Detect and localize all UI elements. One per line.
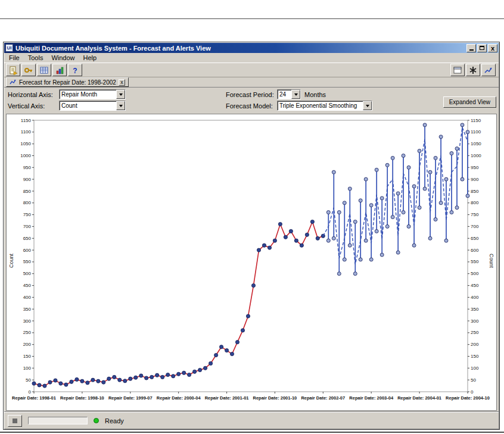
svg-text:650: 650 — [23, 236, 32, 241]
stop-button[interactable] — [8, 415, 22, 427]
forecast-model-dropdown-button[interactable] — [363, 101, 372, 110]
horizontal-axis-value: Repair Month — [60, 90, 116, 99]
svg-text:Count: Count — [8, 254, 14, 268]
svg-text:900: 900 — [23, 177, 32, 182]
svg-text:100: 100 — [23, 366, 32, 371]
svg-text:1100: 1100 — [21, 129, 32, 135]
forecast-model-value: Triple Exponential Smoothing — [278, 101, 363, 110]
svg-text:150: 150 — [471, 354, 479, 359]
forecast-view-button[interactable] — [481, 64, 496, 76]
values-chart-icon — [55, 65, 64, 75]
title-bar[interactable]: UI Ubiquiti Document Analysis System - F… — [4, 43, 499, 53]
svg-text:Repair Date: 2004-10: Repair Date: 2004-10 — [446, 395, 490, 401]
tab-label: Forecast for Repair Date: 1998-2002 — [19, 79, 116, 86]
chevron-down-icon — [119, 93, 123, 98]
vertical-axis-select[interactable]: Count — [59, 101, 126, 111]
svg-text:300: 300 — [471, 319, 479, 324]
svg-text:750: 750 — [23, 212, 32, 217]
app-icon: UI — [5, 44, 13, 52]
svg-text:?: ? — [73, 66, 77, 74]
help-button[interactable]: ? — [68, 64, 82, 76]
close-button[interactable]: x — [488, 44, 497, 52]
data-table-button[interactable] — [37, 64, 51, 76]
svg-text:700: 700 — [23, 224, 32, 229]
svg-text:550: 550 — [471, 259, 479, 264]
menu-help[interactable]: Help — [79, 54, 101, 62]
forecast-period-label: Forecast Period: — [226, 91, 274, 98]
svg-text:1100: 1100 — [471, 129, 481, 135]
svg-text:700: 700 — [471, 224, 479, 229]
chevron-down-icon — [294, 93, 298, 98]
tab-close-button[interactable]: x — [119, 79, 125, 86]
alerts-view-icon — [468, 65, 478, 75]
horizontal-axis-label: Horizontal Axis: — [8, 91, 53, 98]
tool-bar: ? — [4, 63, 499, 77]
key-button[interactable] — [21, 64, 36, 76]
svg-text:500: 500 — [471, 271, 479, 276]
screenshot-page: UI Ubiquiti Document Analysis System - F… — [0, 0, 504, 434]
svg-text:100: 100 — [471, 366, 479, 371]
forecast-period-dropdown-button[interactable] — [291, 90, 300, 99]
svg-text:1000: 1000 — [20, 153, 31, 158]
horizontal-axis-select[interactable]: Repair Month — [59, 89, 126, 99]
application-window: UI Ubiquiti Document Analysis System - F… — [3, 42, 500, 430]
svg-text:0: 0 — [471, 389, 474, 395]
svg-text:400: 400 — [471, 295, 479, 300]
svg-text:600: 600 — [23, 248, 32, 253]
svg-text:200: 200 — [471, 342, 479, 347]
data-table-icon — [39, 65, 49, 75]
vertical-axis-label: Vertical Axis: — [8, 102, 45, 110]
svg-text:900: 900 — [471, 177, 479, 182]
page-top-rule — [0, 18, 504, 19]
svg-text:Repair Date: 2001-10: Repair Date: 2001-10 — [253, 395, 297, 401]
menu-window[interactable]: Window — [47, 54, 79, 62]
svg-text:1050: 1050 — [471, 141, 481, 146]
svg-text:850: 850 — [471, 189, 479, 194]
menu-file[interactable]: File — [5, 54, 24, 62]
alerts-view-button[interactable] — [466, 64, 480, 76]
forecast-chart-panel: 0050501001001501502002002502503003003503… — [6, 114, 497, 411]
svg-text:800: 800 — [471, 200, 479, 205]
svg-text:Repair Date: 1998-10: Repair Date: 1998-10 — [60, 395, 104, 401]
progress-bar — [28, 417, 88, 424]
maximize-icon — [480, 46, 484, 50]
svg-text:750: 750 — [471, 212, 479, 217]
page-bottom-rule — [0, 432, 504, 433]
forecast-period-select[interactable]: 24 — [277, 89, 301, 99]
window-view-button[interactable] — [450, 64, 465, 76]
svg-text:50: 50 — [26, 377, 31, 383]
svg-text:1000: 1000 — [471, 153, 481, 158]
forecast-chart[interactable]: 0050501001001501502002002502503003003503… — [7, 114, 495, 407]
chevron-down-icon — [119, 105, 123, 109]
report-export-button[interactable] — [6, 64, 20, 76]
status-indicator-icon — [94, 418, 99, 423]
chart-controls: Horizontal Axis: Repair Month Vertical A… — [4, 88, 499, 113]
forecast-model-select[interactable]: Triple Exponential Smoothing — [277, 101, 372, 111]
close-icon: x — [491, 45, 494, 51]
status-bar: Ready — [4, 412, 499, 429]
svg-text:550: 550 — [23, 259, 32, 264]
svg-text:Repair Date: 2002-07: Repair Date: 2002-07 — [301, 395, 345, 401]
svg-text:650: 650 — [471, 236, 479, 241]
svg-text:250: 250 — [471, 330, 479, 335]
svg-text:950: 950 — [23, 165, 32, 170]
vertical-axis-value: Count — [60, 101, 116, 110]
svg-text:1150: 1150 — [21, 118, 32, 123]
svg-text:450: 450 — [23, 283, 32, 288]
vertical-axis-dropdown-button[interactable] — [116, 101, 125, 110]
menu-tools[interactable]: Tools — [24, 54, 48, 62]
forecast-view-icon — [484, 65, 493, 75]
horizontal-axis-dropdown-button[interactable] — [116, 90, 125, 99]
maximize-button[interactable] — [477, 44, 487, 52]
minimize-icon — [469, 49, 474, 51]
svg-text:500: 500 — [23, 271, 32, 276]
expanded-view-button[interactable]: Expanded View — [443, 96, 496, 108]
status-text: Ready — [105, 417, 124, 424]
forecast-period-unit: Months — [304, 91, 326, 98]
values-chart-button[interactable] — [52, 64, 67, 76]
tab-close-icon: x — [120, 79, 123, 85]
minimize-button[interactable] — [466, 44, 476, 52]
svg-text:350: 350 — [471, 307, 479, 312]
tab-forecast-repair-date[interactable]: Forecast for Repair Date: 1998-2002 x — [6, 77, 129, 87]
stop-icon — [13, 419, 17, 423]
